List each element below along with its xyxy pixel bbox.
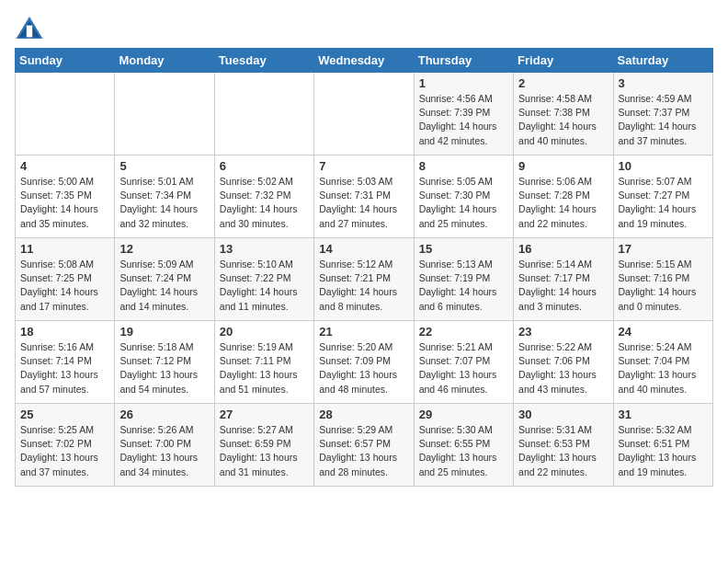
cell-info: Sunrise: 5:20 AMSunset: 7:09 PMDaylight:… — [319, 340, 408, 396]
calendar-cell: 20Sunrise: 5:19 AMSunset: 7:11 PMDayligh… — [214, 321, 313, 404]
day-number: 20 — [220, 325, 309, 339]
cell-info: Sunrise: 5:31 AMSunset: 6:53 PMDaylight:… — [518, 423, 608, 479]
calendar-cell: 29Sunrise: 5:30 AMSunset: 6:55 PMDayligh… — [414, 404, 513, 487]
cell-info: Sunrise: 5:03 AMSunset: 7:31 PMDaylight:… — [319, 175, 408, 231]
calendar-cell: 17Sunrise: 5:15 AMSunset: 7:16 PMDayligh… — [613, 238, 712, 321]
calendar-cell: 24Sunrise: 5:24 AMSunset: 7:04 PMDayligh… — [613, 321, 712, 404]
calendar-cell: 19Sunrise: 5:18 AMSunset: 7:12 PMDayligh… — [115, 321, 214, 404]
column-header-friday: Friday — [514, 49, 613, 73]
cell-info: Sunrise: 4:58 AMSunset: 7:38 PMDaylight:… — [518, 92, 608, 148]
day-number: 21 — [319, 325, 408, 339]
calendar-cell: 16Sunrise: 5:14 AMSunset: 7:17 PMDayligh… — [514, 238, 613, 321]
cell-info: Sunrise: 5:18 AMSunset: 7:12 PMDaylight:… — [119, 340, 209, 396]
day-number: 25 — [20, 408, 109, 421]
calendar-cell: 23Sunrise: 5:22 AMSunset: 7:06 PMDayligh… — [514, 321, 613, 404]
day-number: 7 — [319, 159, 408, 173]
cell-info: Sunrise: 5:08 AMSunset: 7:25 PMDaylight:… — [20, 258, 109, 314]
logo-icon — [15, 15, 44, 40]
cell-info: Sunrise: 5:25 AMSunset: 7:02 PMDaylight:… — [20, 423, 109, 479]
day-number: 11 — [20, 242, 109, 256]
calendar-cell: 12Sunrise: 5:09 AMSunset: 7:24 PMDayligh… — [115, 238, 214, 321]
column-header-tuesday: Tuesday — [214, 49, 313, 73]
cell-info: Sunrise: 5:14 AMSunset: 7:17 PMDaylight:… — [518, 258, 608, 314]
calendar-cell: 14Sunrise: 5:12 AMSunset: 7:21 PMDayligh… — [314, 238, 414, 321]
calendar-week-row: 18Sunrise: 5:16 AMSunset: 7:14 PMDayligh… — [16, 321, 713, 404]
cell-info: Sunrise: 5:32 AMSunset: 6:51 PMDaylight:… — [619, 423, 708, 479]
cell-info: Sunrise: 5:06 AMSunset: 7:28 PMDaylight:… — [518, 175, 608, 231]
day-number: 10 — [619, 159, 708, 173]
day-number: 19 — [119, 325, 209, 339]
logo — [15, 15, 48, 40]
cell-info: Sunrise: 5:29 AMSunset: 6:57 PMDaylight:… — [319, 423, 408, 479]
cell-info: Sunrise: 5:00 AMSunset: 7:35 PMDaylight:… — [20, 175, 109, 231]
cell-info: Sunrise: 5:22 AMSunset: 7:06 PMDaylight:… — [518, 340, 608, 396]
calendar-week-row: 4Sunrise: 5:00 AMSunset: 7:35 PMDaylight… — [16, 155, 713, 238]
day-number: 1 — [419, 76, 508, 90]
day-number: 28 — [319, 408, 408, 421]
day-number: 12 — [119, 242, 209, 256]
cell-info: Sunrise: 5:09 AMSunset: 7:24 PMDaylight:… — [119, 258, 209, 314]
column-header-monday: Monday — [115, 49, 214, 73]
day-number: 17 — [619, 242, 708, 256]
day-number: 16 — [518, 242, 608, 256]
calendar-week-row: 1Sunrise: 4:56 AMSunset: 7:39 PMDaylight… — [16, 73, 713, 155]
day-number: 24 — [619, 325, 708, 339]
calendar-cell: 18Sunrise: 5:16 AMSunset: 7:14 PMDayligh… — [16, 321, 115, 404]
cell-info: Sunrise: 5:19 AMSunset: 7:11 PMDaylight:… — [220, 340, 309, 396]
calendar-cell: 6Sunrise: 5:02 AMSunset: 7:32 PMDaylight… — [214, 155, 313, 238]
svg-rect-2 — [27, 26, 32, 38]
calendar-cell: 11Sunrise: 5:08 AMSunset: 7:25 PMDayligh… — [16, 238, 115, 321]
cell-info: Sunrise: 5:10 AMSunset: 7:22 PMDaylight:… — [220, 258, 309, 314]
calendar-header-row: SundayMondayTuesdayWednesdayThursdayFrid… — [16, 49, 713, 73]
calendar-cell — [115, 73, 214, 155]
column-header-saturday: Saturday — [613, 49, 712, 73]
calendar-cell: 15Sunrise: 5:13 AMSunset: 7:19 PMDayligh… — [414, 238, 513, 321]
cell-info: Sunrise: 5:15 AMSunset: 7:16 PMDaylight:… — [619, 258, 708, 314]
day-number: 31 — [619, 408, 708, 421]
day-number: 30 — [518, 408, 608, 421]
calendar-cell: 13Sunrise: 5:10 AMSunset: 7:22 PMDayligh… — [214, 238, 313, 321]
calendar-cell: 21Sunrise: 5:20 AMSunset: 7:09 PMDayligh… — [314, 321, 414, 404]
calendar-cell: 1Sunrise: 4:56 AMSunset: 7:39 PMDaylight… — [414, 73, 513, 155]
column-header-thursday: Thursday — [414, 49, 513, 73]
day-number: 9 — [518, 159, 608, 173]
calendar-cell: 27Sunrise: 5:27 AMSunset: 6:59 PMDayligh… — [214, 404, 313, 487]
day-number: 4 — [20, 159, 109, 173]
calendar-cell: 31Sunrise: 5:32 AMSunset: 6:51 PMDayligh… — [613, 404, 712, 487]
calendar-table: SundayMondayTuesdayWednesdayThursdayFrid… — [15, 48, 713, 487]
calendar-cell: 5Sunrise: 5:01 AMSunset: 7:34 PMDaylight… — [115, 155, 214, 238]
day-number: 22 — [419, 325, 508, 339]
day-number: 26 — [119, 408, 209, 421]
calendar-cell — [16, 73, 115, 155]
calendar-cell: 3Sunrise: 4:59 AMSunset: 7:37 PMDaylight… — [613, 73, 712, 155]
day-number: 5 — [119, 159, 209, 173]
day-number: 14 — [319, 242, 408, 256]
calendar-cell: 4Sunrise: 5:00 AMSunset: 7:35 PMDaylight… — [16, 155, 115, 238]
day-number: 6 — [220, 159, 309, 173]
page-header — [15, 15, 713, 40]
day-number: 8 — [419, 159, 508, 173]
calendar-cell: 25Sunrise: 5:25 AMSunset: 7:02 PMDayligh… — [16, 404, 115, 487]
cell-info: Sunrise: 5:05 AMSunset: 7:30 PMDaylight:… — [419, 175, 508, 231]
cell-info: Sunrise: 5:21 AMSunset: 7:07 PMDaylight:… — [419, 340, 508, 396]
calendar-cell: 10Sunrise: 5:07 AMSunset: 7:27 PMDayligh… — [613, 155, 712, 238]
day-number: 27 — [220, 408, 309, 421]
day-number: 3 — [619, 76, 708, 90]
calendar-cell: 26Sunrise: 5:26 AMSunset: 7:00 PMDayligh… — [115, 404, 214, 487]
cell-info: Sunrise: 5:30 AMSunset: 6:55 PMDaylight:… — [419, 423, 508, 479]
cell-info: Sunrise: 5:07 AMSunset: 7:27 PMDaylight:… — [619, 175, 708, 231]
cell-info: Sunrise: 5:27 AMSunset: 6:59 PMDaylight:… — [220, 423, 309, 479]
calendar-week-row: 11Sunrise: 5:08 AMSunset: 7:25 PMDayligh… — [16, 238, 713, 321]
calendar-cell — [214, 73, 313, 155]
cell-info: Sunrise: 5:24 AMSunset: 7:04 PMDaylight:… — [619, 340, 708, 396]
column-header-wednesday: Wednesday — [314, 49, 414, 73]
cell-info: Sunrise: 5:16 AMSunset: 7:14 PMDaylight:… — [20, 340, 109, 396]
cell-info: Sunrise: 4:56 AMSunset: 7:39 PMDaylight:… — [419, 92, 508, 148]
calendar-cell: 8Sunrise: 5:05 AMSunset: 7:30 PMDaylight… — [414, 155, 513, 238]
calendar-cell: 9Sunrise: 5:06 AMSunset: 7:28 PMDaylight… — [514, 155, 613, 238]
cell-info: Sunrise: 4:59 AMSunset: 7:37 PMDaylight:… — [619, 92, 708, 148]
cell-info: Sunrise: 5:02 AMSunset: 7:32 PMDaylight:… — [220, 175, 309, 231]
day-number: 2 — [518, 76, 608, 90]
day-number: 13 — [220, 242, 309, 256]
cell-info: Sunrise: 5:01 AMSunset: 7:34 PMDaylight:… — [119, 175, 209, 231]
